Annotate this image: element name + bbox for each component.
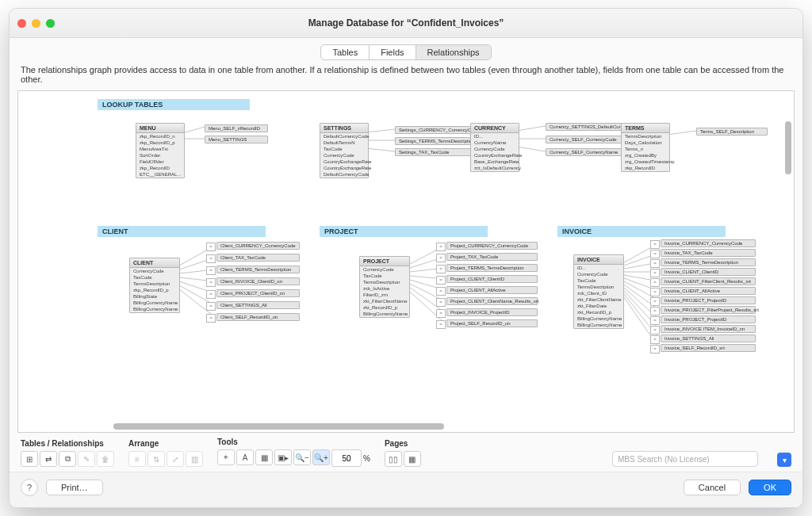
help-button[interactable]: ? [21,479,38,496]
zoom-out-button[interactable]: 🔍− [293,449,311,465]
rel-invoice-4[interactable]: Invoice_CLIENT_FilterClient_Results_srt [661,277,756,285]
rel-terms-self[interactable]: Terms_SELF_Description [696,128,768,136]
resize-button[interactable]: ⤢ [167,451,184,467]
tab-bar: Tables Fields Relationships [10,44,802,60]
rel-invoice-9[interactable]: Invoice_INVOICE ITEM_InvoiceID_cn [661,325,756,333]
manage-database-window: Manage Database for “Confident_Invoices”… [9,8,803,508]
rel-currency-self-name[interactable]: Currency_SELF_CurrencyName [546,148,629,156]
rel-menu-settings[interactable]: Menu_SETTINGS [205,136,268,143]
group-tables-relationships: Tables / Relationships [21,439,114,448]
rel-project-2[interactable]: Project_TERMS_TermsDescription [446,264,538,272]
zoom-input[interactable] [331,449,362,467]
rel-settings-terms[interactable]: Settings_TERMS_TermsDescription [395,137,474,145]
section-lookup-tables: LOOKUP TABLES [98,99,250,110]
svg-line-23 [410,292,445,323]
svg-line-2 [366,129,395,132]
zoom-fit-button[interactable]: ▣▸ [274,449,292,465]
rel-invoice-2[interactable]: Invoice_TERMS_TermsDescription [661,258,756,266]
section-project: PROJECT [320,226,488,237]
tab-relationships[interactable]: Relationships [416,45,491,59]
color-button[interactable]: ▥ [186,451,203,467]
svg-line-7 [516,147,546,151]
rel-currency-self-code[interactable]: Currency_SELF_CurrencyCode [546,136,629,143]
svg-line-5 [516,126,546,131]
canvas-horizontal-scrollbar[interactable] [113,422,714,430]
rel-invoice-1[interactable]: Invoice_TAX_TaxCode [661,249,756,257]
rel-invoice-10[interactable]: Invoice_SETTINGS_All [661,334,756,342]
rel-invoice-6[interactable]: Invoice_PROJECT_ProjectID [661,296,756,304]
section-invoice: INVOICE [557,226,726,237]
rel-project-1[interactable]: Project_TAX_TaxCode [446,253,538,261]
rel-menu-self[interactable]: Menu_SELF_zRecordID [205,124,268,132]
select-tool-button[interactable]: ⌖ [217,449,235,465]
table-terms[interactable]: TERMS TermsDescriptionDays_CalculationTe… [621,123,670,172]
rel-client-4[interactable]: Client_PROJECT_ClientID_cn [216,289,300,297]
add-table-button[interactable]: ⊞ [21,451,38,467]
rel-project-6[interactable]: Project_INVOICE_ProjectID [446,308,538,316]
mbs-dropdown-button[interactable]: ▾ [777,453,791,467]
add-relationship-button[interactable]: ⇄ [40,451,57,467]
rel-invoice-3[interactable]: Invoice_CLIENT_ClientID [661,268,756,276]
edit-button[interactable]: ✎ [78,451,95,467]
window-title: Manage Database for “Confident_Invoices” [10,17,802,29]
rel-client-5[interactable]: Client_SETTINGS_All [216,301,300,309]
rel-client-0[interactable]: Client_CURRENCY_CurrencyCode [216,242,300,250]
rel-invoice-8[interactable]: Invoice_PROJECT_ProjectID [661,315,756,323]
duplicate-button[interactable]: ⧉ [59,451,76,467]
rel-project-0[interactable]: Project_CURRENCY_CurrencyCode [446,242,538,250]
delete-button[interactable]: 🗑 [97,451,114,467]
tab-tables[interactable]: Tables [321,45,370,59]
relationships-canvas[interactable]: LOOKUP TABLES CLIENT PROJECT INVOICE MEN… [17,90,795,433]
rel-client-1[interactable]: Client_TAX_TaxCode [216,254,300,262]
zoom-in-button[interactable]: 🔍+ [312,449,330,465]
rel-project-5[interactable]: Project_CLIENT_ClientName_Results_srt [446,297,538,305]
group-tools: Tools [217,438,370,446]
svg-line-8 [667,131,696,135]
table-invoice[interactable]: INVOICE ID...CurrencyCodeTaxCodeTermsDes… [573,254,624,329]
toolbar: Tables / Relationships ⊞ ⇄ ⧉ ✎ 🗑 Arrange… [10,433,802,472]
rel-client-2[interactable]: Client_TERMS_TermsDescription [216,266,300,273]
footer: ? Print… Cancel OK [10,472,802,507]
rel-project-3[interactable]: Project_CLIENT_ClientID [446,275,538,283]
titlebar: Manage Database for “Confident_Invoices” [10,9,802,38]
text-tool-button[interactable]: A [236,449,254,465]
mbs-search-input[interactable]: MBS Search (No License) [612,451,758,467]
page-setup-button[interactable]: ▦ [404,451,421,467]
zoom-unit: % [363,454,370,463]
section-client: CLIENT [98,226,266,237]
rel-currency-settings[interactable]: Currency_SETTINGS_DefaultCurrency [546,123,629,131]
svg-line-4 [366,148,395,151]
ok-button[interactable]: OK [749,480,791,495]
snap-tool-button[interactable]: ▦ [255,449,273,465]
table-project[interactable]: PROJECT CurrencyCodeTaxCodeTermsDescript… [359,256,410,318]
rel-client-6[interactable]: Client_SELF_RecordID_un [216,313,300,321]
description-text: The relationships graph provides access … [10,65,802,90]
distribute-button[interactable]: ⇅ [147,451,165,467]
group-arrange: Arrange [128,439,203,448]
table-client[interactable]: CLIENT CurrencyCodeTaxCodeTermsDescripti… [129,258,180,313]
rel-invoice-11[interactable]: Invoice_SELF_RecordID_srt [661,344,756,352]
table-settings[interactable]: SETTINGS DefaultCurrencyCodeDefaultTerms… [320,123,369,178]
rel-invoice-7[interactable]: Invoice_PROJECT_FilterProject_Results_sr… [661,306,756,314]
table-currency[interactable]: CURRENCY ID...CurrencyNameCurrencyCodeCo… [470,123,519,172]
rel-client-3[interactable]: Client_INVOICE_ClientID_un [216,277,300,285]
rel-project-4[interactable]: Project_CLIENT_AllActive [446,286,538,294]
rel-invoice-0[interactable]: Invoice_CURRENCY_CurrencyCode [661,239,756,247]
rel-project-7[interactable]: Project_SELF_RecordID_un [446,319,538,327]
rel-invoice-5[interactable]: Invoice_CLIENT_AllActive [661,287,756,295]
table-menu[interactable]: MENU zkp_RecordID_nzkp_RecordID_pMenuAre… [136,123,185,178]
page-breaks-button[interactable]: ▯▯ [385,451,402,467]
group-pages: Pages [385,439,421,448]
print-button[interactable]: Print… [46,480,103,495]
align-left-button[interactable]: ≡ [128,451,146,467]
rel-settings-currency[interactable]: Settings_CURRENCY_CurrencyCode [395,126,474,134]
tab-fields[interactable]: Fields [370,45,416,59]
rel-settings-tax[interactable]: Settings_TAX_TaxCode [395,148,474,156]
canvas-vertical-scrollbar[interactable] [784,121,792,416]
cancel-button[interactable]: Cancel [684,480,741,495]
